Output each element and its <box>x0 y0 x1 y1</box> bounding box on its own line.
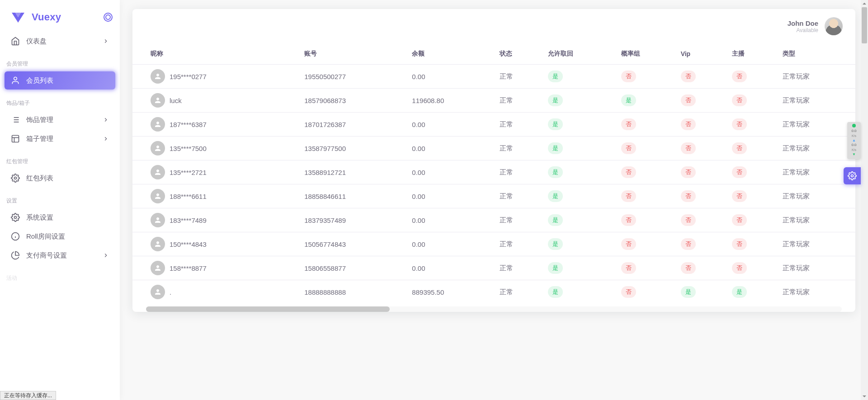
status-badge: 否 <box>621 286 636 298</box>
cell-status: 正常 <box>495 160 543 184</box>
cell-allow: 是 <box>543 65 617 89</box>
cell-account: 18579068873 <box>300 89 407 113</box>
cell-balance: 0.00 <box>407 65 495 89</box>
sidebar-item-label: Roll房间设置 <box>26 232 65 241</box>
cell-vip: 否 <box>676 232 727 256</box>
vertical-scrollbar[interactable] <box>861 0 868 400</box>
table-row[interactable]: 183****7489183793574890.00正常是否否否正常玩家 <box>132 208 855 232</box>
cell-type: 正常玩家 <box>778 184 855 208</box>
network-speed-widget[interactable]: 0.0 K/s ▲ 0.0 K/s ▼ <box>847 122 861 159</box>
scroll-down-button[interactable] <box>861 393 868 400</box>
cell-allow: 是 <box>543 184 617 208</box>
table-header-cell[interactable]: 余额 <box>407 43 495 65</box>
cell-vip: 否 <box>676 184 727 208</box>
sidebar-item[interactable]: 饰品管理 <box>5 111 115 129</box>
table-header-cell[interactable]: Vip <box>676 43 727 65</box>
table-row[interactable]: 158****8877158065588770.00正常是否否否正常玩家 <box>132 256 855 280</box>
cell-nickname: 195****0277 <box>170 73 207 80</box>
cell-type: 正常玩家 <box>778 113 855 136</box>
row-avatar-icon <box>151 93 165 108</box>
cell-vip: 否 <box>676 89 727 113</box>
table-header-cell[interactable]: 账号 <box>300 43 407 65</box>
sidebar-group-cutoff: 活动 <box>0 265 120 286</box>
cell-nickname: 135****2721 <box>170 169 207 176</box>
table-row[interactable]: 135****2721135889127210.00正常是否否否正常玩家 <box>132 160 855 184</box>
network-status-dot-icon <box>852 124 856 127</box>
svg-point-15 <box>851 175 854 177</box>
table-header-cell[interactable]: 主播 <box>727 43 778 65</box>
cell-anchor: 否 <box>727 184 778 208</box>
status-badge: 否 <box>681 238 696 250</box>
status-badge: 否 <box>621 190 636 202</box>
table-header-cell[interactable]: 状态 <box>495 43 543 65</box>
sidebar-pin-toggle-icon[interactable] <box>104 13 113 22</box>
status-badge: 是 <box>548 286 563 298</box>
cell-status: 正常 <box>495 280 543 304</box>
sidebar-item-label: 饰品管理 <box>26 116 53 124</box>
vertical-scrollbar-track[interactable] <box>861 7 868 393</box>
cell-allow: 是 <box>543 280 617 304</box>
vertical-scrollbar-thumb[interactable] <box>862 7 867 43</box>
user-name: John Doe <box>788 19 818 27</box>
cell-account: 18858846611 <box>300 184 407 208</box>
cell-vip: 否 <box>676 208 727 232</box>
horizontal-scrollbar[interactable] <box>146 306 842 312</box>
cell-rate: 否 <box>617 280 676 304</box>
theme-customizer-button[interactable] <box>844 167 861 184</box>
cell-account: 13587977500 <box>300 136 407 160</box>
table-row[interactable]: .18888888888889395.50正常是否是是正常玩家 <box>132 280 855 304</box>
cell-type: 正常玩家 <box>778 65 855 89</box>
cell-nickname: 188****6611 <box>170 193 207 200</box>
status-badge: 否 <box>681 190 696 202</box>
table-header-row: 昵称账号余额状态允许取回概率组Vip主播类型 <box>132 43 855 65</box>
status-badge: 否 <box>621 166 636 178</box>
cell-account: 13588912721 <box>300 160 407 184</box>
table-row[interactable]: 188****6611188588466110.00正常是否否否正常玩家 <box>132 184 855 208</box>
sidebar-item[interactable]: 会员列表 <box>5 71 115 89</box>
table-row[interactable]: luck18579068873119608.80正常是是否否正常玩家 <box>132 89 855 113</box>
cell-balance: 0.00 <box>407 136 495 160</box>
cell-rate: 否 <box>617 65 676 89</box>
table-row[interactable]: 195****0277195505002770.00正常是否否否正常玩家 <box>132 65 855 89</box>
table-header-cell[interactable]: 允许取回 <box>543 43 617 65</box>
cell-balance: 0.00 <box>407 232 495 256</box>
status-badge: 是 <box>621 94 636 106</box>
cell-type: 正常玩家 <box>778 136 855 160</box>
cell-anchor: 否 <box>727 160 778 184</box>
sidebar-item[interactable]: Roll房间设置 <box>5 227 115 245</box>
user-avatar[interactable] <box>825 17 843 35</box>
sidebar: Vuexy 仪表盘 会员管理会员列表饰品/箱子饰品管理箱子管理红包管理红包列表设… <box>0 0 120 400</box>
table-row[interactable]: 135****7500135879775000.00正常是否否否正常玩家 <box>132 136 855 160</box>
svg-rect-7 <box>12 136 19 142</box>
cell-nickname: 150****4843 <box>170 240 207 248</box>
scroll-up-button[interactable] <box>861 0 868 7</box>
cell-rate: 否 <box>617 160 676 184</box>
sidebar-item-dashboard[interactable]: 仪表盘 <box>5 32 115 50</box>
status-badge: 是 <box>548 190 563 202</box>
cell-vip: 否 <box>676 113 727 136</box>
cell-allow: 是 <box>543 256 617 280</box>
sidebar-item[interactable]: 系统设置 <box>5 208 115 226</box>
table-header-cell[interactable]: 概率组 <box>617 43 676 65</box>
sidebar-item-label: 仪表盘 <box>26 37 47 46</box>
cell-anchor: 是 <box>727 280 778 304</box>
cell-allow: 是 <box>543 113 617 136</box>
download-arrow-icon: ▼ <box>852 152 856 156</box>
status-badge: 是 <box>548 118 563 130</box>
brand-logo-icon <box>10 9 26 25</box>
status-badge: 是 <box>548 214 563 226</box>
sidebar-item[interactable]: 红包列表 <box>5 169 115 187</box>
cell-status: 正常 <box>495 113 543 136</box>
table-row[interactable]: 187****6387187017263870.00正常是否否否正常玩家 <box>132 113 855 136</box>
sidebar-item[interactable]: 箱子管理 <box>5 130 115 148</box>
status-badge: 是 <box>548 262 563 274</box>
table-header-cell[interactable]: 昵称 <box>132 43 300 65</box>
status-badge: 否 <box>732 262 747 274</box>
sidebar-item[interactable]: 支付商号设置 <box>5 246 115 264</box>
table-row[interactable]: 150****4843150567748430.00正常是否否否正常玩家 <box>132 232 855 256</box>
horizontal-scrollbar-thumb[interactable] <box>146 306 390 312</box>
user-status: Available <box>788 27 818 33</box>
table-header-cell[interactable]: 类型 <box>778 43 855 65</box>
cell-status: 正常 <box>495 184 543 208</box>
row-avatar-icon <box>151 213 165 227</box>
